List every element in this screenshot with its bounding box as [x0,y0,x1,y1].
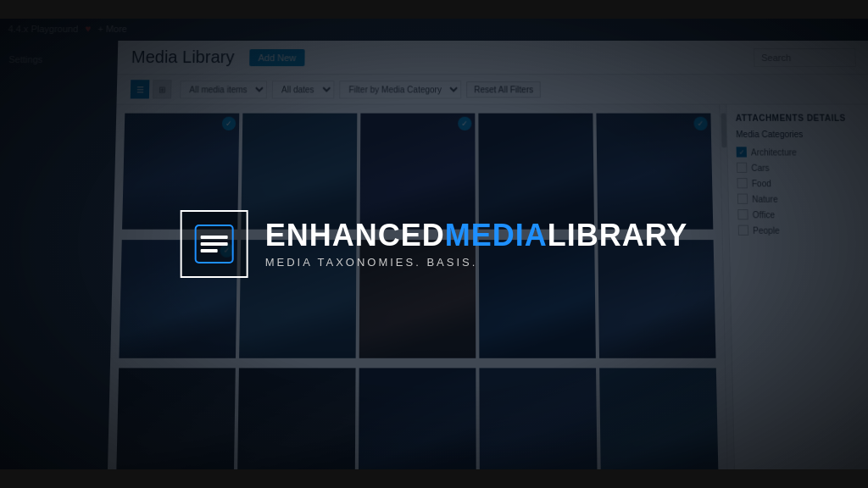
brand-title: ENHANCEDMEDIALIBRARY [265,220,688,251]
brand-logo-box [181,210,248,278]
brand-overlay: ENHANCEDMEDIALIBRARY MEDIA TAXONOMIES. B… [181,210,688,278]
brand-subtitle: MEDIA TAXONOMIES. BASIS. [265,256,688,269]
svg-rect-1 [201,236,228,239]
brand-card: ENHANCEDMEDIALIBRARY MEDIA TAXONOMIES. B… [181,210,688,278]
dark-bar-top [0,0,868,19]
brand-logo-icon [192,222,236,266]
brand-title-part1: ENHANCED [265,218,445,252]
brand-text-group: ENHANCEDMEDIALIBRARY MEDIA TAXONOMIES. B… [265,220,688,269]
brand-title-part3: LIBRARY [548,218,688,252]
screenshot-container: 4.4.x Playground ♥ + More Settings Media… [0,0,868,488]
svg-rect-3 [201,249,218,252]
dark-bar-bottom [0,469,868,488]
svg-rect-2 [201,242,228,246]
brand-title-part2: MEDIA [445,218,548,252]
